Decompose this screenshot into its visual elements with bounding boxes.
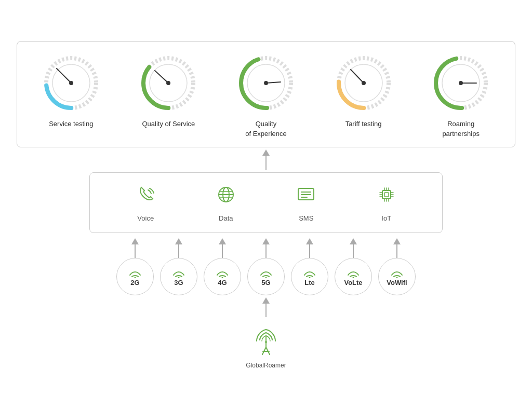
svg-point-53 [353, 277, 354, 278]
gauge-svg-quality-of-experience [235, 52, 297, 114]
network-lte: Lte [291, 258, 328, 295]
svg-point-4 [69, 81, 73, 85]
svg-rect-35 [384, 193, 389, 197]
vline-volte [353, 244, 354, 258]
signal-icon-5g [259, 267, 273, 278]
vline-5g [265, 244, 267, 258]
network-volte: VoLte [335, 258, 372, 295]
arrow-2g [116, 238, 154, 258]
iot-icon [375, 183, 398, 209]
arrowhead-up-1 [262, 149, 270, 156]
signal-icon-3g [171, 267, 186, 278]
globalroamer-circle [247, 322, 285, 360]
arrowhead-4g [219, 238, 226, 244]
arrowhead-5g [262, 238, 270, 244]
globalroamer-icon [250, 325, 282, 357]
arrow-5g [247, 238, 285, 258]
svg-point-52 [309, 277, 311, 278]
service-label-voice: Voice [137, 214, 154, 222]
signal-icon-4g [215, 267, 230, 278]
network-circle-vowifi: VoWifi [378, 258, 416, 295]
network-label-vowifi: VoWifi [387, 279, 407, 286]
network-label-5g: 5G [261, 279, 270, 286]
network-label-3g: 3G [174, 279, 183, 286]
svg-point-54 [396, 277, 398, 278]
svg-point-48 [135, 277, 136, 278]
arrowhead-lte [306, 238, 313, 244]
gauge-label-service-testing: Service testing [49, 119, 93, 129]
service-iot: IoT [375, 183, 398, 222]
network-3g: 3G [160, 258, 197, 295]
vline-2g [135, 244, 136, 258]
arrowhead-vowifi [393, 238, 401, 244]
gauge-label-tariff-testing: Tariff testing [345, 119, 382, 129]
signal-icon-lte [302, 267, 317, 278]
main-container: Service testing Quality of Service [17, 41, 515, 368]
signal-icon-vowifi [390, 267, 404, 278]
arrowhead-2g [131, 238, 139, 244]
svg-line-13 [266, 82, 281, 83]
arrow-volte [335, 238, 372, 258]
gauge-svg-service-testing [40, 52, 102, 114]
arrow-gauges-to-services [262, 149, 270, 170]
multi-arrow-row [89, 233, 443, 258]
svg-point-51 [265, 277, 267, 278]
vline-gr-to-5g [265, 304, 267, 317]
gauge-roaming-partnerships: Roamingpartnerships [419, 52, 502, 138]
arrow-globalroamer-to-5g [262, 297, 270, 317]
vline-vowifi [396, 244, 397, 258]
signal-icon-volte [346, 267, 361, 278]
globalroamer-label: GlobalRoamer [246, 362, 286, 369]
globalroamer-item: GlobalRoamer [246, 322, 286, 369]
voice-icon [134, 183, 157, 209]
svg-point-50 [222, 277, 223, 278]
signal-icon-2g [128, 267, 142, 278]
network-circle-volte: VoLte [335, 258, 372, 295]
gauge-quality-of-experience: Qualityof Experience [224, 52, 308, 138]
gauge-label-roaming-partnerships: Roamingpartnerships [442, 119, 480, 138]
vline-lte [309, 244, 310, 258]
network-label-lte: Lte [304, 279, 315, 286]
services-box: Voice Data [89, 172, 443, 233]
network-circle-5g: 5G [247, 258, 285, 295]
service-label-iot: IoT [381, 214, 391, 222]
service-sms: SMS [295, 183, 317, 222]
network-5g: 5G [247, 258, 285, 295]
gauge-label-quality-of-experience: Qualityof Experience [245, 119, 287, 138]
arrow-4g [204, 238, 241, 258]
network-circle-3g: 3G [160, 258, 197, 295]
svg-point-19 [362, 81, 366, 85]
arrow-lte [291, 238, 328, 258]
vline-3g [178, 244, 179, 258]
vline-4g [222, 244, 223, 258]
gauge-svg-tariff-testing [332, 52, 395, 114]
arrowhead-gr-to-5g [262, 297, 270, 304]
network-4g: 4G [204, 258, 241, 295]
gauge-service-testing: Service testing [30, 52, 113, 129]
svg-point-14 [264, 81, 268, 85]
network-label-4g: 4G [218, 279, 227, 286]
v-line-1 [265, 156, 267, 170]
svg-point-9 [166, 81, 170, 85]
svg-line-8 [155, 71, 168, 83]
service-label-data: Data [219, 214, 233, 222]
network-vowifi: VoWifi [378, 258, 416, 295]
svg-point-59 [265, 341, 267, 343]
gauges-box: Service testing Quality of Service [17, 41, 515, 147]
service-label-sms: SMS [299, 214, 313, 222]
service-voice: Voice [134, 183, 157, 222]
data-icon [215, 183, 237, 209]
gauge-label-quality-of-service: Quality of Service [142, 119, 195, 129]
svg-line-3 [57, 69, 71, 83]
gauge-tariff-testing: Tariff testing [322, 52, 405, 129]
network-2g: 2G [116, 258, 154, 295]
arrowhead-3g [175, 238, 182, 244]
svg-point-49 [178, 277, 180, 278]
network-circle-lte: Lte [291, 258, 328, 295]
network-circle-4g: 4G [204, 258, 241, 295]
arrow-3g [160, 238, 197, 258]
sms-icon [295, 183, 317, 209]
svg-line-18 [351, 70, 364, 83]
svg-point-24 [459, 81, 463, 85]
networks-row: 2G 3G 4G [17, 258, 515, 295]
